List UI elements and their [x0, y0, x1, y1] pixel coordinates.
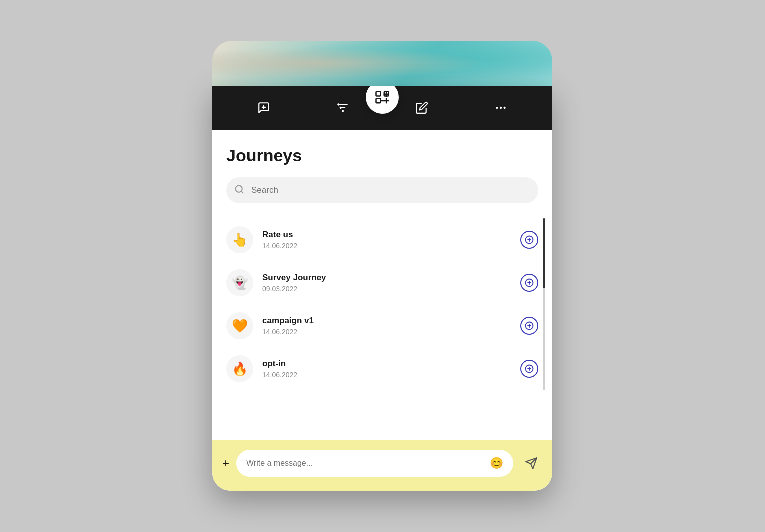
nav-bar [212, 86, 552, 130]
journey-item[interactable]: 👆 Rate us 14.06.2022 [226, 218, 538, 262]
journey-name-survey: Survey Journey [262, 273, 520, 283]
svg-rect-2 [376, 92, 381, 96]
journey-date-optin: 14.06.2022 [262, 371, 520, 379]
compose-plus-button[interactable]: + [222, 456, 230, 470]
add-journey-btn-optin[interactable] [520, 360, 538, 378]
phone-wrapper: Journeys 👆 [212, 41, 552, 491]
top-image-strip [212, 41, 552, 86]
journey-info-optin: opt-in 14.06.2022 [262, 359, 520, 379]
content-area: Journeys 👆 [212, 130, 552, 440]
scrollbar[interactable] [543, 218, 546, 390]
tab-journeys[interactable] [366, 86, 399, 114]
svg-point-17 [500, 107, 502, 109]
svg-point-13 [342, 110, 344, 112]
tab-new-chat[interactable] [251, 95, 277, 121]
compose-area: + 😊 [212, 440, 552, 491]
journey-info-campaign: campaign v1 14.06.2022 [262, 316, 520, 336]
journey-name-rate-us: Rate us [262, 230, 520, 240]
tab-compose[interactable] [409, 95, 435, 121]
svg-point-15 [338, 104, 339, 105]
journey-info-rate-us: Rate us 14.06.2022 [262, 230, 520, 250]
journey-emoji-campaign: 🧡 [226, 312, 254, 340]
journey-date-rate-us: 14.06.2022 [262, 242, 520, 250]
page-title: Journeys [226, 146, 538, 166]
search-container [226, 178, 538, 204]
svg-rect-4 [376, 99, 381, 104]
journey-emoji-survey: 👻 [226, 270, 254, 296]
svg-point-14 [340, 108, 342, 108]
add-journey-btn-campaign[interactable] [520, 317, 538, 335]
svg-point-16 [496, 107, 498, 109]
compose-input[interactable] [246, 459, 485, 468]
tab-more[interactable] [488, 95, 514, 121]
journey-info-survey: Survey Journey 09.03.2022 [262, 273, 520, 293]
compose-input-wrap: 😊 [236, 450, 514, 477]
add-journey-btn-survey[interactable] [520, 274, 538, 292]
journey-name-optin: opt-in [262, 359, 520, 369]
journey-list: 👆 Rate us 14.06.2022 � [226, 218, 538, 390]
journey-emoji-optin: 🔥 [226, 356, 254, 382]
tab-filter[interactable] [330, 95, 356, 121]
journey-item[interactable]: 👻 Survey Journey 09.03.2022 [226, 262, 538, 304]
svg-point-18 [504, 107, 506, 109]
journey-date-campaign: 14.06.2022 [262, 328, 520, 336]
journey-emoji-rate-us: 👆 [226, 226, 254, 254]
add-journey-btn-rate-us[interactable] [520, 231, 538, 249]
emoji-picker-button[interactable]: 😊 [490, 457, 504, 470]
svg-line-20 [242, 192, 244, 194]
journey-name-campaign: campaign v1 [262, 316, 520, 326]
send-button[interactable] [520, 452, 542, 474]
search-icon [234, 184, 244, 196]
search-input[interactable] [226, 178, 538, 204]
journey-item[interactable]: 🔥 opt-in 14.06.2022 [226, 348, 538, 390]
journey-date-survey: 09.03.2022 [262, 285, 520, 293]
journey-item[interactable]: 🧡 campaign v1 14.06.2022 [226, 304, 538, 348]
scrollbar-thumb [543, 218, 546, 288]
phone-card: Journeys 👆 [212, 86, 552, 491]
